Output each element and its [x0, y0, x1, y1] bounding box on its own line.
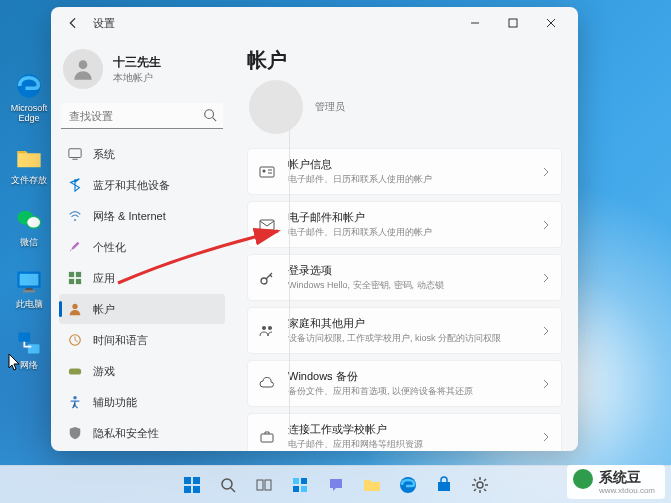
nav-accounts[interactable]: 帐户 [59, 294, 225, 324]
monitor-icon [13, 266, 45, 298]
taskbar-store[interactable] [428, 469, 460, 501]
card-email-accounts[interactable]: 电子邮件和帐户电子邮件、日历和联系人使用的帐户 [247, 201, 562, 248]
key-icon [258, 269, 276, 287]
svg-rect-31 [193, 486, 200, 493]
back-button[interactable] [59, 9, 87, 37]
watermark: 系统豆 www.xtdou.com [567, 465, 665, 499]
clock-icon [67, 332, 83, 348]
sidebar: 十三先生 本地帐户 系统 蓝牙和其他设备 网络 & Internet 个性化 应… [51, 39, 233, 451]
window-title: 设置 [93, 16, 115, 31]
search-icon [203, 108, 217, 126]
start-button[interactable] [176, 469, 208, 501]
nav-privacy[interactable]: 隐私和安全性 [59, 418, 225, 448]
svg-rect-14 [76, 272, 81, 277]
folder-icon [13, 142, 45, 174]
settings-window: 设置 十三先生 本地帐户 系统 蓝牙和其他设备 网络 & Inter [51, 7, 578, 451]
person-icon [67, 301, 83, 317]
chevron-right-icon [541, 322, 551, 340]
taskbar-edge[interactable] [392, 469, 424, 501]
page-heading: 帐户 [247, 47, 562, 74]
nav-bluetooth[interactable]: 蓝牙和其他设备 [59, 170, 225, 200]
briefcase-icon [258, 428, 276, 446]
svg-point-10 [79, 60, 88, 69]
svg-point-11 [205, 110, 214, 119]
accessibility-icon [67, 394, 83, 410]
wechat-icon [13, 204, 45, 236]
desktop-icon-wechat[interactable]: 微信 [8, 204, 50, 248]
apps-icon [67, 270, 83, 286]
nav-apps[interactable]: 应用 [59, 263, 225, 293]
edge-icon [13, 70, 45, 102]
svg-rect-13 [69, 272, 74, 277]
taskbar-settings[interactable] [464, 469, 496, 501]
account-hero: 管理员 [247, 80, 562, 134]
cursor-icon [8, 353, 22, 371]
titlebar: 设置 [51, 7, 578, 39]
cloud-icon [258, 375, 276, 393]
taskbar-taskview[interactable] [248, 469, 280, 501]
user-name: 十三先生 [113, 54, 161, 71]
close-button[interactable] [532, 9, 570, 37]
bluetooth-icon [67, 177, 83, 193]
search-box[interactable] [61, 103, 223, 129]
desktop-icon-thispc[interactable]: 此电脑 [8, 266, 50, 310]
nav-network[interactable]: 网络 & Internet [59, 201, 225, 231]
svg-point-25 [262, 326, 266, 330]
svg-rect-29 [193, 477, 200, 484]
card-work-school[interactable]: 连接工作或学校帐户电子邮件、应用和网络等组织资源 [247, 413, 562, 451]
svg-rect-37 [293, 486, 299, 492]
nav-system[interactable]: 系统 [59, 139, 225, 169]
chevron-right-icon [541, 216, 551, 234]
taskbar-explorer[interactable] [356, 469, 388, 501]
minimize-button[interactable] [456, 9, 494, 37]
divider [289, 107, 290, 435]
svg-rect-30 [184, 486, 191, 493]
taskbar-search[interactable] [212, 469, 244, 501]
nav-update[interactable]: Windows 更新 [59, 449, 225, 451]
nav-accessibility[interactable]: 辅助功能 [59, 387, 225, 417]
people-icon [258, 322, 276, 340]
system-icon [67, 146, 83, 162]
svg-rect-9 [509, 19, 517, 27]
svg-rect-33 [257, 480, 263, 490]
chevron-right-icon [541, 269, 551, 287]
search-input[interactable] [61, 103, 223, 129]
nav-gaming[interactable]: 游戏 [59, 356, 225, 386]
avatar [63, 49, 103, 89]
hero-role: 管理员 [315, 100, 345, 114]
svg-rect-38 [301, 486, 307, 492]
hero-avatar [249, 80, 303, 134]
svg-point-17 [72, 304, 77, 309]
brush-icon [67, 239, 83, 255]
card-family[interactable]: 家庭和其他用户设备访问权限, 工作或学校用户, kiosk 分配的访问权限 [247, 307, 562, 354]
card-account-info[interactable]: 帐户信息电子邮件、日历和联系人使用的帐户 [247, 148, 562, 195]
svg-rect-35 [293, 478, 299, 484]
svg-rect-28 [184, 477, 191, 484]
svg-point-26 [268, 326, 272, 330]
chevron-right-icon [541, 163, 551, 181]
chevron-right-icon [541, 428, 551, 446]
id-card-icon [258, 163, 276, 181]
shield-icon [67, 425, 83, 441]
svg-rect-16 [76, 279, 81, 284]
wifi-icon [67, 208, 83, 224]
svg-rect-36 [301, 478, 307, 484]
desktop-icon-folder[interactable]: 文件存放 [8, 142, 50, 186]
user-block[interactable]: 十三先生 本地帐户 [59, 43, 225, 101]
desktop-icon-edge[interactable]: Microsoft Edge [8, 70, 50, 124]
svg-rect-6 [23, 290, 35, 292]
svg-rect-12 [69, 149, 81, 158]
taskbar-chat[interactable] [320, 469, 352, 501]
svg-rect-8 [28, 345, 40, 354]
maximize-button[interactable] [494, 9, 532, 37]
nav-time[interactable]: 时间和语言 [59, 325, 225, 355]
chevron-right-icon [541, 375, 551, 393]
card-signin-options[interactable]: 登录选项Windows Hello, 安全密钥, 密码, 动态锁 [247, 254, 562, 301]
mail-icon [258, 216, 276, 234]
svg-point-40 [477, 482, 483, 488]
nav-personalization[interactable]: 个性化 [59, 232, 225, 262]
svg-rect-19 [69, 368, 81, 374]
svg-rect-27 [261, 434, 273, 442]
card-backup[interactable]: Windows 备份备份文件、应用和首选项, 以便跨设备将其还原 [247, 360, 562, 407]
taskbar-widgets[interactable] [284, 469, 316, 501]
